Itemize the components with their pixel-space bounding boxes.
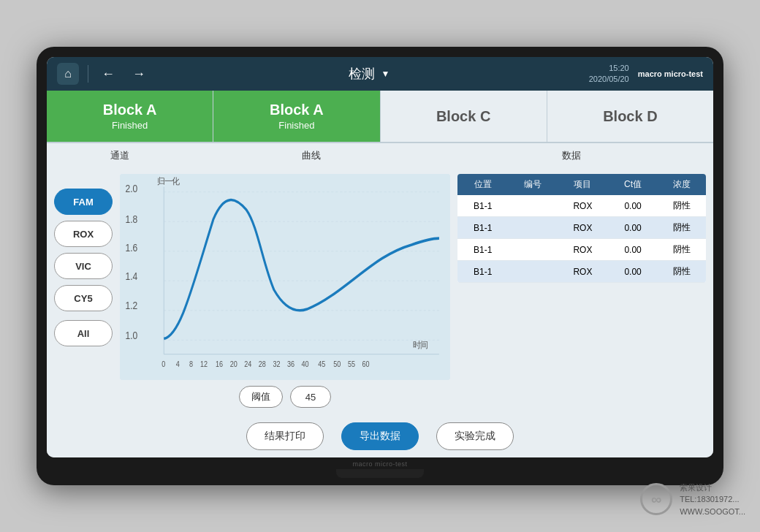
monitor-stand: [336, 469, 424, 478]
svg-text:28: 28: [259, 360, 267, 369]
table-cell: B1-1: [457, 217, 508, 239]
table-cell: 阴性: [657, 195, 706, 217]
header-bar: ⌂ ← → 检测 ▼ 15:20 2020/05/20 macro micro-…: [47, 57, 713, 91]
svg-text:45: 45: [318, 360, 326, 369]
block-tab-c[interactable]: Block C: [381, 91, 547, 142]
svg-text:32: 32: [273, 360, 280, 369]
svg-text:时间: 时间: [413, 340, 428, 349]
chart-area: 2.0 1.8 1.6 1.4 1.2 1.0 归一化: [120, 174, 450, 408]
header-title-area: 检测 ▼: [150, 65, 589, 83]
table-cell: [508, 195, 557, 217]
block-tab-a2[interactable]: Block A Finished: [213, 91, 380, 142]
block-a1-status: Finished: [112, 120, 148, 131]
col-number: 编号: [508, 174, 557, 195]
threshold-value: 45: [290, 386, 331, 408]
svg-text:4: 4: [176, 360, 180, 369]
table-cell: B1-1: [457, 261, 508, 283]
table-cell: B1-1: [457, 195, 508, 217]
channel-label: 通道: [47, 146, 193, 165]
svg-text:1.8: 1.8: [126, 213, 138, 225]
table-row: B1-1ROX0.00阴性: [457, 261, 706, 283]
watermark-text: 索果设计 TEL:18301972... WWW.SOOGOT...: [680, 482, 745, 518]
channel-rox[interactable]: ROX: [54, 221, 113, 247]
watermark-logo: ∞: [640, 483, 672, 515]
table-cell: [508, 239, 557, 261]
table-row: B1-1ROX0.00阴性: [457, 217, 706, 239]
header-nav: ⌂ ← →: [57, 63, 150, 85]
main-content: FAM ROX VIC CY5 All 2.0: [47, 168, 713, 414]
print-button[interactable]: 结果打印: [246, 422, 324, 450]
forward-button[interactable]: →: [128, 64, 150, 85]
col-position: 位置: [457, 174, 508, 195]
threshold-row: 阈值 45: [120, 386, 450, 408]
table-cell: ROX: [557, 195, 609, 217]
channel-vic[interactable]: VIC: [54, 253, 113, 279]
threshold-button[interactable]: 阈值: [239, 386, 283, 408]
home-button[interactable]: ⌂: [57, 63, 79, 85]
home-icon: ⌂: [64, 67, 72, 80]
block-tab-d[interactable]: Block D: [547, 91, 713, 142]
col-item: 项目: [557, 174, 609, 195]
channel-fam[interactable]: FAM: [54, 189, 113, 215]
table-cell: ROX: [557, 261, 609, 283]
col-concentration: 浓度: [657, 174, 706, 195]
data-panel: 位置 编号 项目 Ct值 浓度 B1-1ROX0.00阴性B1-1ROX0.00…: [457, 174, 706, 408]
table-cell: [508, 217, 557, 239]
chart-container: 2.0 1.8 1.6 1.4 1.2 1.0 归一化: [120, 174, 450, 380]
block-tabs: Block A Finished Block A Finished Block …: [47, 91, 713, 143]
svg-text:8: 8: [189, 360, 194, 369]
divider: [88, 65, 88, 83]
screen: ⌂ ← → 检测 ▼ 15:20 2020/05/20 macro micro-…: [47, 57, 713, 457]
svg-text:60: 60: [362, 360, 370, 369]
block-a2-status: Finished: [278, 120, 314, 131]
monitor-brand: macro micro-test: [352, 457, 407, 469]
table-cell: 阴性: [657, 239, 706, 261]
table-cell: B1-1: [457, 239, 508, 261]
svg-text:16: 16: [216, 360, 224, 369]
channel-panel: FAM ROX VIC CY5 All: [54, 174, 113, 408]
block-a1-name: Block A: [103, 102, 157, 118]
svg-text:12: 12: [200, 360, 208, 369]
svg-text:0: 0: [162, 360, 166, 369]
svg-text:1.0: 1.0: [126, 330, 138, 341]
back-button[interactable]: ←: [97, 64, 119, 85]
dropdown-icon[interactable]: ▼: [381, 69, 390, 79]
section-labels: 通道 曲线 数据: [47, 143, 713, 168]
svg-rect-0: [120, 174, 450, 380]
block-tab-a1[interactable]: Block A Finished: [47, 91, 213, 142]
table-cell: 0.00: [609, 195, 658, 217]
data-table: 位置 编号 项目 Ct值 浓度 B1-1ROX0.00阴性B1-1ROX0.00…: [457, 174, 706, 283]
table-cell: [508, 261, 557, 283]
curve-label: 曲线: [193, 146, 430, 165]
table-cell: ROX: [557, 239, 609, 261]
complete-button[interactable]: 实验完成: [436, 422, 514, 450]
svg-text:归一化: 归一化: [157, 176, 179, 186]
channel-all[interactable]: All: [54, 320, 113, 346]
svg-text:36: 36: [287, 360, 295, 369]
monitor: ⌂ ← → 检测 ▼ 15:20 2020/05/20 macro micro-…: [37, 47, 723, 485]
table-row: B1-1ROX0.00阴性: [457, 195, 706, 217]
table-cell: 0.00: [609, 217, 658, 239]
table-cell: ROX: [557, 217, 609, 239]
svg-text:20: 20: [230, 360, 238, 369]
svg-text:2.0: 2.0: [126, 183, 138, 194]
table-cell: 0.00: [609, 261, 658, 283]
footer: 结果打印 导出数据 实验完成: [47, 414, 713, 457]
watermark: ∞ 索果设计 TEL:18301972... WWW.SOOGOT...: [640, 482, 745, 518]
block-c-name: Block C: [436, 108, 490, 125]
chart-svg: 2.0 1.8 1.6 1.4 1.2 1.0 归一化: [120, 174, 450, 380]
header-right: 15:20 2020/05/20 macro micro-test: [589, 63, 703, 86]
svg-text:1.4: 1.4: [126, 270, 138, 282]
channel-cy5[interactable]: CY5: [54, 285, 113, 311]
table-cell: 0.00: [609, 239, 658, 261]
svg-text:55: 55: [348, 360, 356, 369]
table-row: B1-1ROX0.00阴性: [457, 239, 706, 261]
data-label: 数据: [430, 146, 713, 165]
datetime: 15:20 2020/05/20: [589, 63, 629, 86]
svg-text:40: 40: [302, 360, 310, 369]
svg-text:50: 50: [333, 360, 341, 369]
export-button[interactable]: 导出数据: [341, 422, 419, 450]
svg-text:24: 24: [244, 360, 252, 369]
block-a2-name: Block A: [270, 102, 324, 118]
table-cell: 阴性: [657, 261, 706, 283]
